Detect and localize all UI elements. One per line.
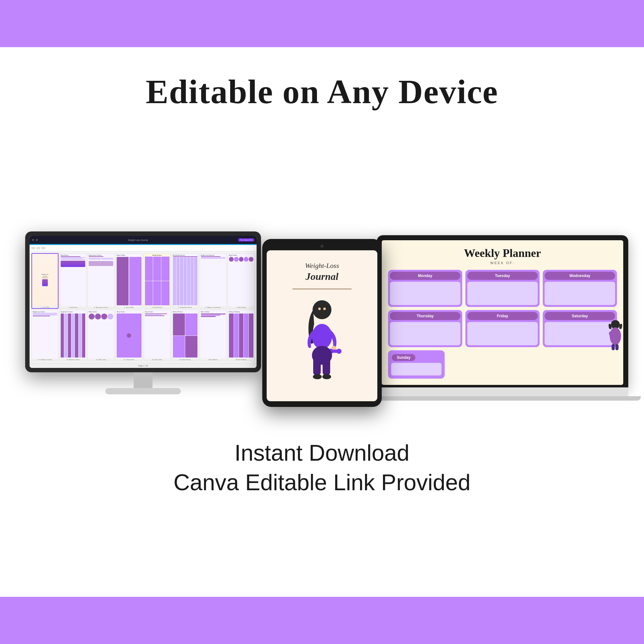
monitor-body: Weight Loss Journal Try Canva Pro xyxy=(25,231,261,372)
svg-rect-6 xyxy=(612,344,615,350)
svg-point-17 xyxy=(313,374,322,379)
svg-point-20 xyxy=(323,308,326,310)
day-label-friday: Friday xyxy=(467,312,538,320)
svg-point-9 xyxy=(312,324,332,349)
weekly-planner-screen: Weekly Planner WEEK OF: Monday xyxy=(382,240,623,385)
monitor-screen: Weight Loss Journal Try Canva Pro xyxy=(30,236,257,368)
footer-line2: Canva Editable Link Provided xyxy=(174,468,471,497)
tablet-body: Weight-Loss Journal xyxy=(262,239,382,407)
day-content-wednesday xyxy=(545,282,615,305)
svg-point-19 xyxy=(318,308,321,310)
day-cell-friday: Friday xyxy=(465,310,540,347)
desktop-monitor: Weight Loss Journal Try Canva Pro xyxy=(25,231,261,394)
laptop-screen-wrapper: Weekly Planner WEEK OF: Monday xyxy=(377,235,628,387)
canva-page-count: Page 1 / 18 xyxy=(138,365,148,367)
day-cell-tuesday: Tuesday xyxy=(465,270,540,307)
day-content-tuesday xyxy=(467,282,538,305)
tablet-screen: Weight-Loss Journal xyxy=(267,250,377,401)
svg-point-8 xyxy=(313,300,331,319)
week-of-label: WEEK OF: xyxy=(388,261,617,265)
svg-point-18 xyxy=(322,374,331,379)
page-title: Editable on Any Device xyxy=(146,72,498,111)
laptop-keyboard xyxy=(377,387,628,396)
day-content-monday xyxy=(390,282,460,305)
devices-container: Weight Loss Journal Try Canva Pro xyxy=(0,136,644,419)
journal-title: Weight-Loss Journal xyxy=(305,260,339,282)
day-content-friday xyxy=(467,322,538,345)
laptop-screen: Weekly Planner WEEK OF: Monday xyxy=(382,240,623,385)
canva-title: Weight Loss Journal xyxy=(40,239,236,241)
canva-pro-btn[interactable]: Try Canva Pro xyxy=(238,238,254,241)
journal-figure-icon xyxy=(294,296,350,384)
day-cell-saturday: Saturday xyxy=(543,310,617,347)
day-label-wednesday: Wednesday xyxy=(545,272,615,280)
sunday-row: Sunday xyxy=(388,350,617,379)
bottom-text: Instant Download Canva Editable Link Pro… xyxy=(174,438,471,497)
tablet-camera xyxy=(320,245,324,248)
day-cell-wednesday: Wednesday xyxy=(543,270,617,307)
day-content-thursday xyxy=(390,322,460,345)
day-cell-thursday: Thursday xyxy=(388,310,462,347)
footer-line1: Instant Download xyxy=(174,438,471,468)
weekly-planner-grid: Monday Tuesday Wednesday xyxy=(388,270,617,347)
laptop-base xyxy=(364,396,641,401)
main-content: Editable on Any Device Weight Loss Journ… xyxy=(0,47,644,597)
svg-rect-16 xyxy=(323,354,330,376)
day-label-sunday: Sunday xyxy=(392,354,415,361)
tablet: Weight-Loss Journal xyxy=(262,239,382,407)
day-cell-sunday: Sunday xyxy=(388,350,445,379)
day-label-monday: Monday xyxy=(390,272,460,280)
day-label-tuesday: Tuesday xyxy=(467,272,538,280)
svg-rect-15 xyxy=(313,354,321,376)
monitor-stand xyxy=(25,372,261,394)
day-cell-monday: Monday xyxy=(388,270,462,307)
laptop: Weekly Planner WEEK OF: Monday xyxy=(377,235,628,401)
page-wrapper: Editable on Any Device Weight Loss Journ… xyxy=(0,0,644,644)
svg-point-13 xyxy=(336,349,341,354)
weekly-planner-title: Weekly Planner xyxy=(388,247,617,260)
day-label-thursday: Thursday xyxy=(390,312,460,320)
svg-rect-7 xyxy=(615,344,619,350)
journal-divider xyxy=(292,289,351,289)
girl-figure-icon xyxy=(598,319,623,350)
